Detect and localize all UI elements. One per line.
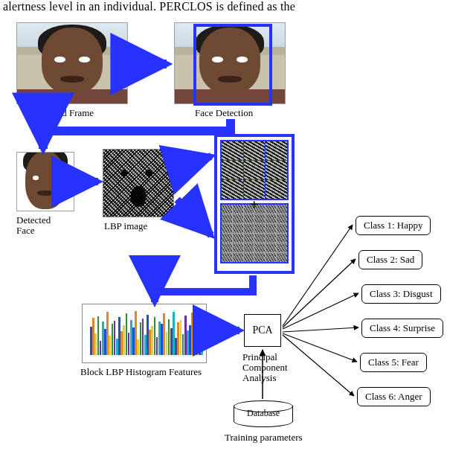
training-params-caption: Training parameters [225,432,303,444]
svg-line-8 [283,293,358,329]
database-label: Database [234,408,293,419]
diagram-canvas: alertness level in an individual. PERCLO… [0,0,476,454]
class-box-2: Class 2: Sad [358,250,422,269]
lbp-image-caption: LBP image [104,220,147,232]
svg-line-3 [177,199,211,235]
face-detection-caption: Face Detection [195,107,253,119]
captured-frame-caption: Captured Frame [31,107,94,119]
class-box-3: Class 3: Disgust [361,284,441,304]
pca-sub-l3: Analysis [242,372,277,384]
svg-line-11 [283,335,354,396]
pca-label: PCA [252,324,272,336]
face-bounding-box [193,24,272,106]
page-top-text: alertness level in an individual. PERCLO… [3,0,473,13]
class-box-4: Class 4: Surprise [361,319,443,338]
histogram-caption: Block LBP Histogram Features [80,366,202,378]
class-box-6: Class 6: Anger [357,387,431,406]
database-cylinder: Database [234,400,293,427]
pca-box: PCA [244,314,281,347]
histogram-image [82,304,207,363]
lbp-grid-3x3 [220,140,289,200]
class-box-5: Class 5: Fear [360,353,427,372]
svg-line-9 [283,327,358,332]
lbp-image [103,149,174,217]
svg-line-10 [283,333,357,362]
detected-face-caption-l2: Face [16,225,35,237]
captured-frame-image [16,22,128,104]
svg-line-2 [177,156,211,167]
detected-face-image [16,152,74,211]
class-box-1: Class 1: Happy [356,216,431,235]
plus-symbol: + [250,196,258,214]
